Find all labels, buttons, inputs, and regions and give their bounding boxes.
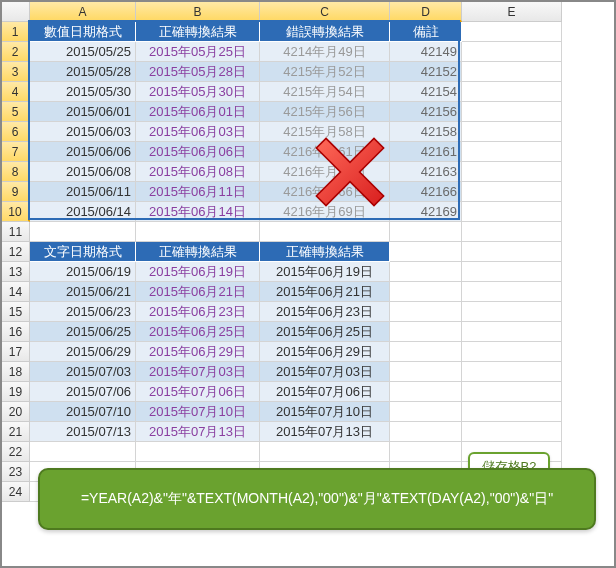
cell-E18[interactable] bbox=[462, 362, 562, 382]
row-header-24[interactable]: 24 bbox=[2, 482, 30, 502]
cell-B4[interactable]: 2015年05月30日 bbox=[136, 82, 260, 102]
cell-C11[interactable] bbox=[260, 222, 390, 242]
cell-A2[interactable]: 2015/05/25 bbox=[30, 42, 136, 62]
row-header-23[interactable]: 23 bbox=[2, 462, 30, 482]
cell-C12[interactable]: 正確轉換結果 bbox=[260, 242, 390, 262]
row-header-13[interactable]: 13 bbox=[2, 262, 30, 282]
cell-B12[interactable]: 正確轉換結果 bbox=[136, 242, 260, 262]
cell-B2[interactable]: 2015年05月25日 bbox=[136, 42, 260, 62]
cell-C17[interactable]: 2015年06月29日 bbox=[260, 342, 390, 362]
cell-B3[interactable]: 2015年05月28日 bbox=[136, 62, 260, 82]
col-header-B[interactable]: B bbox=[136, 2, 260, 22]
cell-B6[interactable]: 2015年06月03日 bbox=[136, 122, 260, 142]
cell-E12[interactable] bbox=[462, 242, 562, 262]
cell-C5[interactable]: 4215年月56日 bbox=[260, 102, 390, 122]
cell-D12[interactable] bbox=[390, 242, 462, 262]
cell-B7[interactable]: 2015年06月06日 bbox=[136, 142, 260, 162]
row-header-10[interactable]: 10 bbox=[2, 202, 30, 222]
cell-E8[interactable] bbox=[462, 162, 562, 182]
cell-C2[interactable]: 4214年月49日 bbox=[260, 42, 390, 62]
cell-E20[interactable] bbox=[462, 402, 562, 422]
cell-D7[interactable]: 42161 bbox=[390, 142, 462, 162]
cell-E16[interactable] bbox=[462, 322, 562, 342]
col-header-A[interactable]: A bbox=[30, 2, 136, 22]
cell-B19[interactable]: 2015年07月06日 bbox=[136, 382, 260, 402]
cell-A11[interactable] bbox=[30, 222, 136, 242]
cell-C3[interactable]: 4215年月52日 bbox=[260, 62, 390, 82]
cell-B9[interactable]: 2015年06月11日 bbox=[136, 182, 260, 202]
cell-C22[interactable] bbox=[260, 442, 390, 462]
col-header-C[interactable]: C bbox=[260, 2, 390, 22]
cell-D13[interactable] bbox=[390, 262, 462, 282]
cell-C8[interactable]: 4216年月63日 bbox=[260, 162, 390, 182]
cell-D15[interactable] bbox=[390, 302, 462, 322]
cell-A13[interactable]: 2015/06/19 bbox=[30, 262, 136, 282]
cell-D18[interactable] bbox=[390, 362, 462, 382]
cell-E5[interactable] bbox=[462, 102, 562, 122]
row-header-16[interactable]: 16 bbox=[2, 322, 30, 342]
cell-A18[interactable]: 2015/07/03 bbox=[30, 362, 136, 382]
cell-B17[interactable]: 2015年06月29日 bbox=[136, 342, 260, 362]
cell-C19[interactable]: 2015年07月06日 bbox=[260, 382, 390, 402]
cell-A5[interactable]: 2015/06/01 bbox=[30, 102, 136, 122]
cell-D11[interactable] bbox=[390, 222, 462, 242]
row-header-12[interactable]: 12 bbox=[2, 242, 30, 262]
cell-A17[interactable]: 2015/06/29 bbox=[30, 342, 136, 362]
cell-B16[interactable]: 2015年06月25日 bbox=[136, 322, 260, 342]
cell-C10[interactable]: 4216年月69日 bbox=[260, 202, 390, 222]
row-header-15[interactable]: 15 bbox=[2, 302, 30, 322]
cell-A14[interactable]: 2015/06/21 bbox=[30, 282, 136, 302]
spreadsheet-grid[interactable]: ABCDE1數值日期格式正確轉換結果錯誤轉換結果備註22015/05/25201… bbox=[2, 2, 614, 502]
cell-E14[interactable] bbox=[462, 282, 562, 302]
cell-E3[interactable] bbox=[462, 62, 562, 82]
cell-E1[interactable] bbox=[462, 22, 562, 42]
row-header-21[interactable]: 21 bbox=[2, 422, 30, 442]
cell-A21[interactable]: 2015/07/13 bbox=[30, 422, 136, 442]
row-header-22[interactable]: 22 bbox=[2, 442, 30, 462]
row-header-6[interactable]: 6 bbox=[2, 122, 30, 142]
cell-E13[interactable] bbox=[462, 262, 562, 282]
cell-D10[interactable]: 42169 bbox=[390, 202, 462, 222]
cell-C20[interactable]: 2015年07月10日 bbox=[260, 402, 390, 422]
cell-E17[interactable] bbox=[462, 342, 562, 362]
cell-B13[interactable]: 2015年06月19日 bbox=[136, 262, 260, 282]
cell-C14[interactable]: 2015年06月21日 bbox=[260, 282, 390, 302]
cell-A22[interactable] bbox=[30, 442, 136, 462]
cell-E2[interactable] bbox=[462, 42, 562, 62]
cell-B21[interactable]: 2015年07月13日 bbox=[136, 422, 260, 442]
row-header-9[interactable]: 9 bbox=[2, 182, 30, 202]
cell-D16[interactable] bbox=[390, 322, 462, 342]
cell-C6[interactable]: 4215年月58日 bbox=[260, 122, 390, 142]
cell-B11[interactable] bbox=[136, 222, 260, 242]
row-header-5[interactable]: 5 bbox=[2, 102, 30, 122]
col-header-E[interactable]: E bbox=[462, 2, 562, 22]
cell-E4[interactable] bbox=[462, 82, 562, 102]
cell-C9[interactable]: 4216年月66日 bbox=[260, 182, 390, 202]
cell-D3[interactable]: 42152 bbox=[390, 62, 462, 82]
cell-B1[interactable]: 正確轉換結果 bbox=[136, 22, 260, 42]
cell-A16[interactable]: 2015/06/25 bbox=[30, 322, 136, 342]
cell-A6[interactable]: 2015/06/03 bbox=[30, 122, 136, 142]
row-header-14[interactable]: 14 bbox=[2, 282, 30, 302]
cell-D5[interactable]: 42156 bbox=[390, 102, 462, 122]
row-header-3[interactable]: 3 bbox=[2, 62, 30, 82]
cell-C13[interactable]: 2015年06月19日 bbox=[260, 262, 390, 282]
cell-D9[interactable]: 42166 bbox=[390, 182, 462, 202]
row-header-4[interactable]: 4 bbox=[2, 82, 30, 102]
cell-A3[interactable]: 2015/05/28 bbox=[30, 62, 136, 82]
cell-C15[interactable]: 2015年06月23日 bbox=[260, 302, 390, 322]
cell-C16[interactable]: 2015年06月25日 bbox=[260, 322, 390, 342]
cell-D14[interactable] bbox=[390, 282, 462, 302]
cell-C1[interactable]: 錯誤轉換結果 bbox=[260, 22, 390, 42]
cell-A7[interactable]: 2015/06/06 bbox=[30, 142, 136, 162]
cell-D17[interactable] bbox=[390, 342, 462, 362]
row-header-2[interactable]: 2 bbox=[2, 42, 30, 62]
row-header-1[interactable]: 1 bbox=[2, 22, 30, 42]
cell-D19[interactable] bbox=[390, 382, 462, 402]
cell-E7[interactable] bbox=[462, 142, 562, 162]
row-header-20[interactable]: 20 bbox=[2, 402, 30, 422]
cell-A9[interactable]: 2015/06/11 bbox=[30, 182, 136, 202]
row-header-8[interactable]: 8 bbox=[2, 162, 30, 182]
cell-E9[interactable] bbox=[462, 182, 562, 202]
select-all-corner[interactable] bbox=[2, 2, 30, 22]
